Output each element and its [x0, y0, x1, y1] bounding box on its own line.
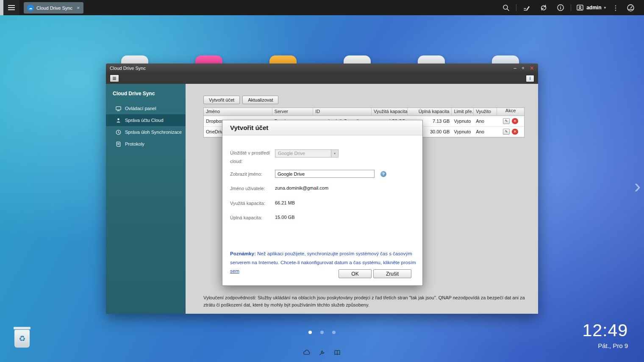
clock-sync-icon [115, 129, 122, 135]
tab-cloud-drive-sync[interactable]: ☁ Cloud Drive Sync ✕ [24, 2, 83, 14]
column-header[interactable]: Využito [474, 108, 497, 116]
note-body: Než aplikaci použijete, synchronizujte p… [230, 251, 416, 265]
maximize-icon[interactable]: + [522, 66, 525, 71]
cell-limit: Vypnuto [452, 129, 474, 134]
recycle-icon: ♻ [14, 330, 30, 348]
sidebar-item-label: Správa účtu Cloud [125, 118, 164, 123]
topbar: ☁ Cloud Drive Sync ✕ admin ▾ [0, 0, 644, 15]
total-capacity-label: Úplná kapacita: [230, 214, 274, 222]
total-capacity-value: 15.00 GB [275, 215, 294, 220]
next-page-icon[interactable]: › [634, 176, 641, 196]
log-book-icon [115, 141, 122, 147]
desktop-clock: 12:49 Pát., Pro 9 [582, 322, 628, 349]
admin-menu[interactable]: admin ▾ [573, 4, 609, 11]
clock-date: Pát., Pro 9 [582, 342, 628, 349]
tab-close-icon[interactable]: ✕ [77, 6, 80, 10]
screen-edge-strip [0, 0, 3, 15]
chevron-down-icon: ▾ [604, 6, 606, 10]
display-name-label: Zobrazit jméno: [230, 170, 274, 179]
cloud-storage-select[interactable]: Google Drive ▾ [275, 149, 339, 158]
sidebar: Cloud Drive Sync Ovládací panel Správa ú… [106, 84, 186, 314]
used-capacity-value: 66.21 MB [275, 200, 295, 205]
delete-account-icon[interactable]: ✕ [512, 118, 518, 124]
selected-storage: Google Drive [278, 151, 305, 156]
sidebar-item-label: Protokoly [125, 141, 144, 146]
note-prefix: Poznámky: [230, 251, 256, 256]
page-dot-2[interactable] [320, 331, 324, 334]
view-grid-icon[interactable]: ▦ [110, 75, 119, 82]
cell-enabled: Ano [474, 129, 497, 134]
activity-log-icon[interactable] [518, 0, 535, 15]
recycle-bin-lid [14, 327, 31, 329]
edit-account-icon[interactable]: ✎ [503, 118, 510, 124]
sidebar-item-sprava-uctu-cloud[interactable]: Správa účtu Cloud [106, 114, 186, 126]
table-header: Jméno Server ID Využitá kapacita Úplná k… [204, 108, 524, 116]
column-header[interactable]: Server [272, 108, 314, 116]
tools-icon[interactable] [318, 348, 326, 357]
close-icon[interactable]: ✕ [530, 66, 534, 71]
dashboard-icon[interactable] [622, 0, 639, 15]
window-toolstrip: ▦ i [106, 73, 538, 84]
username-label: Jméno uživatele: [230, 185, 274, 193]
column-header[interactable]: Limit pře... [452, 108, 474, 116]
sidebar-item-label: Správa úloh Synchronizace [125, 130, 182, 135]
page-dot-1[interactable] [308, 331, 312, 334]
column-header[interactable]: Jméno [204, 108, 272, 116]
main-menu-button[interactable] [3, 0, 19, 15]
minimize-icon[interactable]: – [514, 66, 516, 71]
search-icon[interactable] [497, 0, 514, 15]
tab-label: Cloud Drive Sync [36, 6, 72, 11]
manual-book-icon[interactable] [333, 348, 341, 357]
topbar-divider [516, 4, 516, 11]
desktop-pagination [308, 331, 336, 334]
column-header[interactable]: Akce [497, 108, 524, 116]
cell-limit: Vypnuto [452, 119, 474, 124]
used-capacity-label: Využitá kapacita: [230, 199, 274, 208]
cloud-services-icon[interactable] [303, 348, 311, 357]
delete-account-icon[interactable]: ✕ [512, 129, 518, 135]
window-titlebar[interactable]: Cloud Drive Sync – + ✕ [106, 64, 538, 73]
topbar-divider [571, 4, 571, 11]
storage-label: Úložiště v prostředí cloud: [230, 149, 274, 166]
disclaimer-text: Vyloučení zodpovědnosti: Služby ukládání… [203, 294, 525, 309]
column-header[interactable]: Úplná kapacita [408, 108, 452, 116]
create-account-button[interactable]: Vytvořit účet [203, 96, 240, 104]
window-title: Cloud Drive Sync [110, 66, 514, 71]
background-tasks-icon[interactable] [535, 0, 552, 15]
display-name-input[interactable] [275, 170, 375, 178]
more-options-icon[interactable]: ⋮ [609, 4, 622, 12]
sidebar-item-protokoly[interactable]: Protokoly [106, 138, 186, 150]
column-header[interactable]: ID [313, 108, 372, 116]
help-info-icon[interactable]: i [526, 75, 534, 82]
sidebar-item-sprava-uloh[interactable]: Správa úloh Synchronizace [106, 126, 186, 138]
desktop-taskbar [303, 348, 341, 357]
recycle-bin[interactable]: ♻ [10, 327, 34, 353]
desktop-background: ☁ Cloud Drive Sync ✕ admin ▾ [0, 0, 644, 362]
cell-enabled: Ano [474, 119, 497, 124]
cloud-app-icon: ☁ [27, 5, 34, 11]
time-settings-link[interactable]: sem [230, 268, 239, 274]
admin-username: admin [586, 5, 601, 11]
help-icon[interactable]: ? [380, 171, 386, 177]
sidebar-item-label: Ovládací panel [125, 106, 156, 111]
create-account-dialog: Vytvořit účet Úložiště v prostředí cloud… [222, 120, 423, 286]
monitor-icon [115, 105, 122, 112]
refresh-button[interactable]: Aktualizovat [242, 96, 278, 104]
edit-account-icon[interactable]: ✎ [503, 129, 510, 135]
info-icon[interactable] [552, 0, 569, 15]
user-badge-icon [576, 4, 584, 11]
sidebar-header: Cloud Drive Sync [106, 91, 186, 97]
username-value: zuna.dominik@gmail.com [275, 185, 328, 191]
cancel-button[interactable]: Zrušit [373, 269, 411, 278]
chevron-down-icon: ▾ [331, 150, 338, 157]
column-header[interactable]: Využitá kapacita [372, 108, 408, 116]
clock-time: 12:49 [582, 322, 628, 339]
ok-button[interactable]: OK [339, 269, 372, 278]
sidebar-item-ovladaci-panel[interactable]: Ovládací panel [106, 102, 186, 114]
user-icon [115, 117, 122, 124]
page-dot-3[interactable] [332, 331, 336, 334]
dialog-title: Vytvořit účet [222, 120, 422, 135]
